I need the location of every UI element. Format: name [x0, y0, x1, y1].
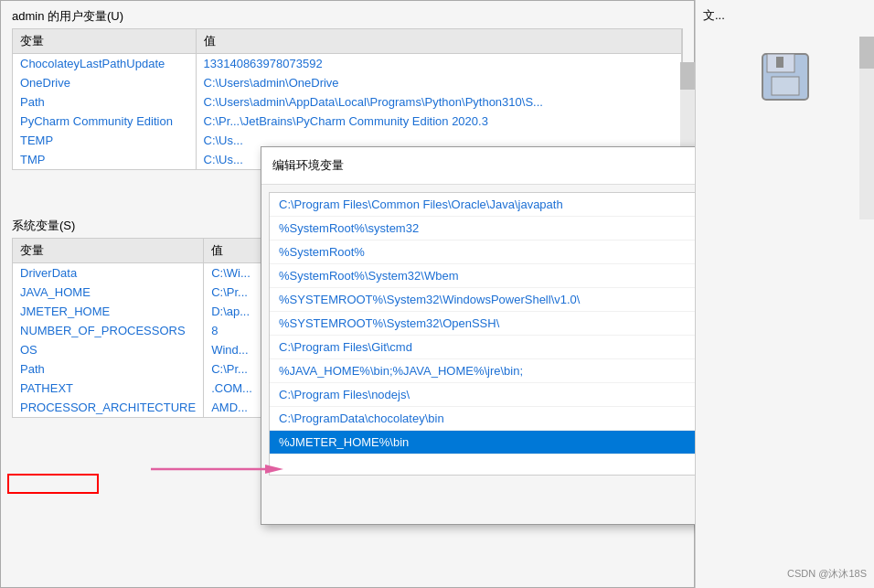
- var-name-cell: PyCharm Community Edition: [13, 112, 196, 131]
- var-name-cell: JAVA_HOME: [13, 283, 204, 302]
- var-value-cell: C:\Users\admin\AppData\Local\Programs\Py…: [196, 92, 682, 112]
- user-col-var: 变量: [13, 29, 196, 54]
- right-panel-title: 文...: [696, 0, 874, 31]
- right-panel-icon: [696, 31, 874, 134]
- var-name-cell: OneDrive: [13, 73, 196, 92]
- var-name-cell: JMETER_HOME: [13, 302, 204, 321]
- watermark: CSDN @沐沐18S: [787, 567, 867, 581]
- table-row[interactable]: OneDriveC:\Users\admin\OneDrive: [13, 73, 682, 92]
- var-name-cell: OS: [13, 340, 204, 359]
- sys-col-var: 变量: [13, 239, 204, 263]
- table-row[interactable]: ChocolateyLastPathUpdate1331408639780735…: [13, 54, 682, 74]
- var-value-cell: C:\Users\admin\OneDrive: [196, 73, 682, 92]
- var-name-cell: NUMBER_OF_PROCESSORS: [13, 321, 204, 340]
- svg-rect-4: [772, 77, 799, 95]
- right-panel: 文...: [695, 0, 874, 588]
- var-name-cell: PROCESSOR_ARCHITECTURE: [13, 398, 204, 417]
- right-scrollbar-thumb[interactable]: [859, 37, 874, 69]
- var-name-cell: Path: [13, 92, 196, 112]
- dialog-title: 编辑环境变量: [272, 157, 344, 174]
- var-name-cell: PATHEXT: [13, 379, 204, 398]
- var-name-cell: ChocolateyLastPathUpdate: [13, 54, 196, 74]
- var-name-cell: Path: [13, 359, 204, 379]
- table-row[interactable]: PyCharm Community EditionC:\Pr...\JetBra…: [13, 112, 682, 131]
- user-vars-title: admin 的用户变量(U): [1, 1, 694, 28]
- table-row[interactable]: PathC:\Users\admin\AppData\Local\Program…: [13, 92, 682, 112]
- user-col-val: 值: [196, 29, 682, 54]
- var-value-cell: C:\Pr...\JetBrains\PyCharm Community Edi…: [196, 112, 682, 131]
- var-name-cell: TMP: [13, 150, 196, 169]
- var-value-cell: 133140863978073592: [196, 54, 682, 74]
- var-name-cell: TEMP: [13, 131, 196, 150]
- scrollbar-thumb[interactable]: [680, 62, 695, 90]
- var-name-cell: DriverData: [13, 263, 204, 283]
- svg-rect-5: [776, 57, 783, 68]
